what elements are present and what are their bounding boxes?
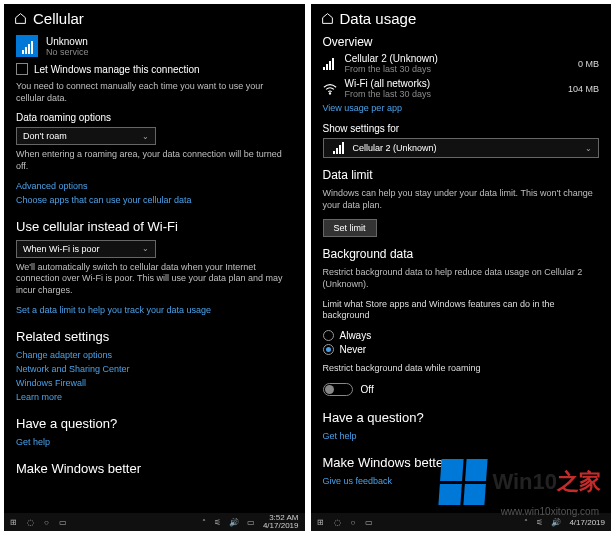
tray-up-icon[interactable]: ˄ xyxy=(202,518,206,527)
tray-up-icon[interactable]: ˄ xyxy=(524,518,528,527)
manual-connect-desc: You need to connect manually each time y… xyxy=(16,81,293,104)
network-name: Unknown xyxy=(46,36,89,47)
use-cellular-desc: We'll automatically switch to cellular d… xyxy=(16,262,293,297)
start-icon[interactable]: ⊞ xyxy=(10,518,17,527)
datausage-header: Data usage xyxy=(311,4,612,35)
network-tray-icon[interactable]: ⚟ xyxy=(536,518,543,527)
roaming-heading: Data roaming options xyxy=(16,112,293,123)
manage-connection-label: Let Windows manage this connection xyxy=(34,64,200,75)
data-limit-link[interactable]: Set a data limit to help you track your … xyxy=(16,305,293,315)
show-settings-heading: Show settings for xyxy=(323,123,600,134)
overview-heading: Overview xyxy=(323,35,600,49)
roaming-select[interactable]: Don't roam ⌄ xyxy=(16,127,156,145)
data-limit-heading: Data limit xyxy=(323,168,600,182)
data-usage-panel: Data usage Overview Cellular 2 (Unknown)… xyxy=(311,4,612,531)
radio-never-label: Never xyxy=(340,344,367,355)
page-title: Cellular xyxy=(33,10,84,27)
network-status: No service xyxy=(46,47,89,57)
volume-icon[interactable]: 🔊 xyxy=(229,518,239,527)
volume-icon[interactable]: 🔊 xyxy=(551,518,561,527)
network-status-row: Unknown No service xyxy=(16,35,293,57)
background-desc: Restrict background data to help reduce … xyxy=(323,267,600,290)
cellular-usage-value: 0 MB xyxy=(578,59,599,69)
question-heading: Have a question? xyxy=(323,410,600,425)
background-data-heading: Background data xyxy=(323,247,600,261)
wifi-usage-row[interactable]: Wi-Fi (all networks) From the last 30 da… xyxy=(323,78,600,99)
taskbar-date: 4/17/2019 xyxy=(263,522,299,530)
radio-always-row[interactable]: Always xyxy=(323,330,600,341)
use-cellular-select[interactable]: When Wi-Fi is poor ⌄ xyxy=(16,240,156,258)
home-icon[interactable] xyxy=(14,12,27,25)
restrict-roaming-label: Restrict background data while roaming xyxy=(323,363,600,375)
checkbox-icon[interactable] xyxy=(16,63,28,75)
related-settings-heading: Related settings xyxy=(16,329,293,344)
wifi-usage-label: Wi-Fi (all networks) xyxy=(345,78,432,89)
choose-apps-link[interactable]: Choose apps that can use your cellular d… xyxy=(16,195,293,205)
taskbar: ⊞ ◌ ○ ▭ ˄ ⚟ 🔊 ▭ 3:52 AM 4/17/2019 xyxy=(4,513,305,531)
taskview-icon[interactable]: ▭ xyxy=(59,518,67,527)
start-icon[interactable]: ⊞ xyxy=(317,518,324,527)
wifi-usage-sub: From the last 30 days xyxy=(345,89,432,99)
chevron-down-icon: ⌄ xyxy=(585,144,592,153)
cellular-signal-icon xyxy=(323,58,337,70)
cellular-signal-icon xyxy=(16,35,38,57)
cellular-usage-sub: From the last 30 days xyxy=(345,64,438,74)
show-settings-value: Cellular 2 (Unknown) xyxy=(353,143,437,153)
chevron-down-icon: ⌄ xyxy=(142,244,149,253)
radio-always-label: Always xyxy=(340,330,372,341)
show-settings-select[interactable]: Cellular 2 (Unknown) ⌄ xyxy=(323,138,600,158)
wifi-icon xyxy=(323,83,337,95)
roaming-select-value: Don't roam xyxy=(23,131,67,141)
background-limit-label: Limit what Store apps and Windows featur… xyxy=(323,299,600,322)
related-link[interactable]: Learn more xyxy=(16,392,293,402)
related-link[interactable]: Windows Firewall xyxy=(16,378,293,388)
roaming-desc: When entering a roaming area, your data … xyxy=(16,149,293,172)
cellular-header: Cellular xyxy=(4,4,305,35)
home-icon[interactable] xyxy=(321,12,334,25)
search-icon[interactable]: ◌ xyxy=(334,518,341,527)
feedback-link[interactable]: Give us feedback xyxy=(323,476,600,486)
cellular-usage-row[interactable]: Cellular 2 (Unknown) From the last 30 da… xyxy=(323,53,600,74)
chevron-down-icon: ⌄ xyxy=(142,132,149,141)
cortana-icon[interactable]: ○ xyxy=(351,518,356,527)
get-help-link[interactable]: Get help xyxy=(323,431,600,441)
use-cellular-heading: Use cellular instead of Wi-Fi xyxy=(16,219,293,234)
view-usage-per-app-link[interactable]: View usage per app xyxy=(323,103,600,113)
radio-icon[interactable] xyxy=(323,344,334,355)
taskview-icon[interactable]: ▭ xyxy=(365,518,373,527)
related-link[interactable]: Network and Sharing Center xyxy=(16,364,293,374)
related-link[interactable]: Change adapter options xyxy=(16,350,293,360)
taskbar-date: 4/17/2019 xyxy=(569,518,605,527)
radio-icon[interactable] xyxy=(323,330,334,341)
cellular-usage-label: Cellular 2 (Unknown) xyxy=(345,53,438,64)
page-title: Data usage xyxy=(340,10,417,27)
data-limit-desc: Windows can help you stay under your dat… xyxy=(323,188,600,211)
wifi-usage-value: 104 MB xyxy=(568,84,599,94)
cellular-settings-panel: Cellular Unknown No service Let Windows … xyxy=(4,4,305,531)
use-cellular-value: When Wi-Fi is poor xyxy=(23,244,100,254)
question-heading: Have a question? xyxy=(16,416,293,431)
cortana-icon[interactable]: ○ xyxy=(44,518,49,527)
cellular-signal-icon xyxy=(333,142,347,154)
set-limit-button[interactable]: Set limit xyxy=(323,219,377,237)
svg-point-0 xyxy=(329,92,330,93)
make-better-heading: Make Windows better xyxy=(16,461,293,476)
watermark-site: www.win10xitong.com xyxy=(501,506,599,517)
search-icon[interactable]: ◌ xyxy=(27,518,34,527)
ime-icon[interactable]: ▭ xyxy=(247,518,255,527)
get-help-link[interactable]: Get help xyxy=(16,437,293,447)
network-tray-icon[interactable]: ⚟ xyxy=(214,518,221,527)
toggle-off-label: Off xyxy=(361,384,374,395)
make-better-heading: Make Windows better xyxy=(323,455,600,470)
advanced-options-link[interactable]: Advanced options xyxy=(16,181,293,191)
manage-connection-checkbox-row[interactable]: Let Windows manage this connection xyxy=(16,63,293,75)
radio-never-row[interactable]: Never xyxy=(323,344,600,355)
restrict-roaming-toggle[interactable] xyxy=(323,383,353,396)
